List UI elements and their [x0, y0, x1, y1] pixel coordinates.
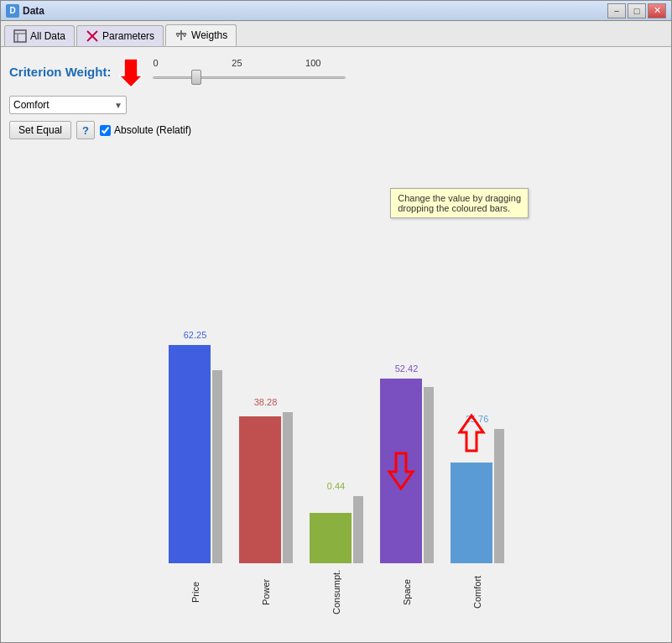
bar-value-power: 38.28 — [254, 397, 278, 407]
bar-wrapper-price — [169, 345, 222, 563]
bar-label-price: Price — [190, 567, 201, 617]
slider-line — [153, 76, 346, 79]
svg-marker-8 — [389, 453, 413, 489]
slider-max-label: 100 — [270, 58, 320, 68]
x-icon — [86, 29, 99, 43]
close-button[interactable]: ✕ — [648, 3, 666, 18]
dropdown-row: Comfort ▼ — [9, 96, 663, 114]
slider-section: 0 25 100 — [153, 58, 346, 85]
checkbox-text: Absolute (Relatif) — [114, 124, 191, 136]
bar-space[interactable] — [380, 379, 422, 563]
bar-shadow-consumpt — [353, 496, 363, 563]
bar-shadow-space — [424, 387, 434, 563]
window-icon: D — [6, 4, 19, 18]
set-equal-button[interactable]: Set Equal — [9, 121, 71, 139]
bar-shadow-power — [283, 412, 293, 563]
svg-rect-0 — [14, 30, 26, 42]
header-down-arrow-icon — [119, 55, 143, 87]
window-title: Data — [23, 5, 607, 17]
bar-wrapper-power — [239, 412, 293, 563]
bar-value-consumpt: 0.44 — [327, 481, 345, 491]
tab-bar: All Data Parameters Weigths — [1, 21, 671, 47]
bar-value-space: 52.42 — [395, 363, 419, 374]
scale-icon — [175, 29, 188, 42]
comfort-up-arrow-icon — [456, 412, 487, 454]
tab-all-data[interactable]: All Data — [4, 25, 75, 46]
bar-power[interactable] — [239, 416, 281, 563]
bar-comfort[interactable] — [451, 463, 492, 563]
bars-container: 62.25 Price 38.28 — [143, 332, 529, 617]
chart-area: Change the value by dragging dropping th… — [9, 154, 663, 634]
minimize-button[interactable]: − — [607, 3, 626, 18]
bar-shadow-comfort — [494, 429, 504, 563]
dropdown-arrow-icon: ▼ — [114, 101, 122, 110]
bar-group-space: 52.42 Space — [380, 379, 434, 617]
table-icon — [13, 29, 27, 43]
slider-min-label: 0 — [153, 58, 203, 68]
bar-label-consumpt: Consumpt. — [331, 567, 341, 617]
tooltip-line1: Change the value by dragging — [398, 193, 521, 203]
window-controls: − □ ✕ — [607, 3, 666, 18]
bar-wrapper-comfort — [451, 429, 504, 563]
absolute-relatif-checkbox-label[interactable]: Absolute (Relatif) — [100, 124, 191, 136]
criterion-weight-label: Criterion Weight: — [9, 65, 111, 79]
bar-label-space: Space — [402, 567, 412, 617]
tooltip-line2: dropping the coloured bars. — [398, 203, 510, 213]
tab-weights-label: Weigths — [191, 29, 227, 41]
bar-wrapper-space — [380, 379, 434, 563]
slider-labels: 0 25 100 — [153, 58, 346, 68]
tooltip: Change the value by dragging dropping th… — [390, 188, 529, 218]
svg-marker-9 — [460, 416, 483, 451]
bar-wrapper-consumpt — [310, 496, 363, 563]
absolute-relatif-checkbox[interactable] — [100, 125, 111, 136]
bar-label-power: Power — [261, 567, 271, 617]
bar-label-comfort: Comfort — [472, 567, 482, 617]
buttons-row: Set Equal ? Absolute (Relatif) — [9, 121, 663, 139]
svg-marker-7 — [119, 59, 143, 87]
bar-group-comfort: 25.76 Comfort — [451, 429, 504, 617]
content-area: Criterion Weight: 0 25 100 — [1, 47, 671, 642]
bar-group-price: 62.25 Price — [169, 345, 222, 617]
dropdown-selected-value: Comfort — [13, 99, 49, 111]
main-window: D Data − □ ✕ All Data Parameters — [0, 0, 672, 643]
tab-all-data-label: All Data — [30, 30, 65, 42]
bar-shadow-price — [212, 370, 222, 563]
space-down-arrow-icon — [386, 450, 416, 492]
tab-weights[interactable]: Weigths — [165, 24, 237, 46]
maximize-button[interactable]: □ — [628, 3, 646, 18]
tab-parameters-label: Parameters — [102, 30, 154, 42]
bar-consumpt[interactable] — [310, 513, 352, 563]
slider-track[interactable] — [153, 70, 346, 85]
slider-thumb[interactable] — [191, 70, 201, 85]
criterion-weight-row: Criterion Weight: 0 25 100 — [9, 55, 663, 87]
title-bar: D Data − □ ✕ — [1, 1, 671, 21]
help-button[interactable]: ? — [76, 121, 95, 139]
bar-group-power: 38.28 Power — [239, 412, 293, 617]
tab-parameters[interactable]: Parameters — [76, 25, 164, 46]
slider-mid-label: 25 — [203, 58, 270, 68]
bar-value-price: 62.25 — [184, 330, 207, 340]
criterion-dropdown[interactable]: Comfort ▼ — [9, 96, 127, 114]
bar-price[interactable] — [169, 345, 211, 563]
bar-group-consumpt: 0.44 Consumpt. — [310, 496, 363, 617]
